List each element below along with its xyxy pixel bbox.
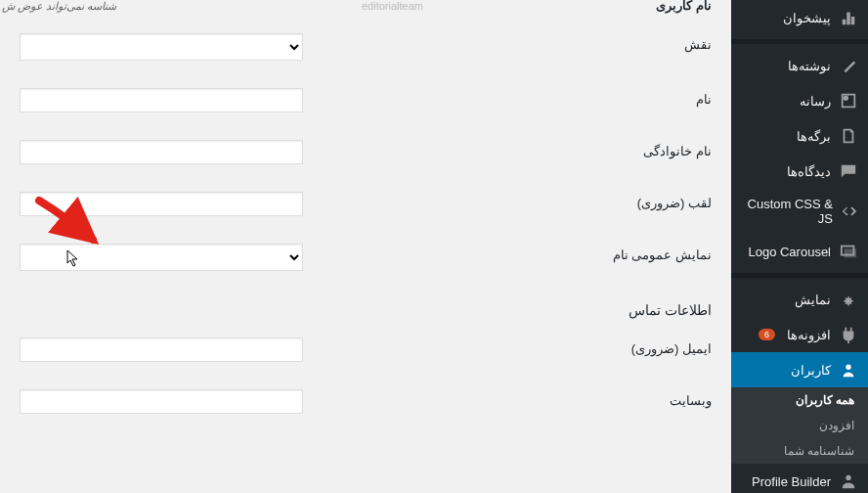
menu-label: Logo Carousel [748,245,831,259]
menu-label: رسانه [800,94,831,109]
users-icon [839,360,858,380]
pin-icon [839,56,858,75]
sidebar-item-comments[interactable]: دیدگاه‌ها [731,154,868,189]
row-first-name: نام [20,74,712,126]
website-label: وبسایت [516,389,712,408]
menu-label: Custom CSS & JS [741,197,833,226]
username-label-cropped: نام کاربری [656,0,712,13]
svg-point-0 [844,96,848,101]
email-label: ایمیل (ضروری) [516,337,712,356]
admin-sidebar: پیشخوان نوشته‌ها رسانه برگه‌ها دیدگاه‌ها… [731,0,868,493]
menu-label: پیشخوان [783,11,831,25]
contact-heading: اطلاعات تماس [20,285,712,324]
menu-label: Profile Builder [752,474,831,489]
last-name-label: نام خانوادگی [516,140,712,158]
appearance-icon [839,290,858,309]
menu-label: افزونه‌ها [787,328,831,342]
svg-point-3 [846,365,850,370]
svg-point-4 [846,475,850,480]
media-icon [839,91,858,111]
sidebar-item-media[interactable]: رسانه [731,83,868,118]
sidebar-item-appearance[interactable]: نمایش [731,282,868,317]
website-input[interactable] [20,389,303,414]
plugins-icon [839,325,858,344]
menu-label: نمایش [795,292,831,307]
sidebar-item-users[interactable]: کاربران [731,352,868,387]
role-label: نقش [516,33,712,52]
profile-icon [839,471,858,491]
first-name-input[interactable] [20,88,303,112]
display-name-select[interactable] [20,244,303,271]
comments-icon [839,161,858,181]
first-name-label: نام [516,88,712,107]
row-website: وبسایت [20,376,712,427]
update-badge: 6 [759,329,775,340]
row-nickname: لقب (ضروری) [20,178,712,230]
row-last-name: نام خانوادگی [20,126,712,178]
sidebar-item-dashboard[interactable]: پیشخوان [731,0,868,35]
row-display-name: نمایش عمومی نام [20,230,712,285]
sidebar-item-profile-builder[interactable]: Profile Builder [731,464,868,493]
dashboard-icon [839,8,858,27]
sidebar-item-custom-css-js[interactable]: Custom CSS & JS [731,189,868,234]
menu-label: کاربران [791,363,831,378]
pages-icon [839,126,858,146]
username-hint: شناسه نمی‌تواند عوض ش [2,0,116,13]
sidebar-item-plugins[interactable]: افزونه‌ها 6 [731,317,868,352]
row-email: ایمیل (ضروری) [20,324,712,376]
main-content: شناسه نمی‌تواند عوض ش نام کاربری editori… [0,0,731,493]
role-select[interactable] [20,33,303,61]
username-value-faded: editorialteam [362,0,423,12]
sidebar-item-logo-carousel[interactable]: Logo Carousel [731,234,868,269]
images-icon [839,242,858,261]
submenu-add-new[interactable]: افزودن [731,413,868,438]
last-name-input[interactable] [20,140,303,164]
svg-rect-2 [845,248,857,257]
nickname-label: لقب (ضروری) [516,192,712,210]
display-name-label: نمایش عمومی نام [516,244,712,262]
menu-label: نوشته‌ها [788,59,831,73]
email-input[interactable] [20,337,303,362]
sidebar-item-posts[interactable]: نوشته‌ها [731,48,868,83]
menu-label: برگه‌ها [797,129,831,144]
sidebar-item-pages[interactable]: برگه‌ها [731,118,868,154]
nickname-input[interactable] [20,192,303,216]
users-submenu: همه کاربران افزودن شناسنامه شما [731,387,868,464]
menu-label: دیدگاه‌ها [787,164,831,179]
row-role: نقش [20,20,712,74]
submenu-all-users[interactable]: همه کاربران [731,387,868,413]
code-icon [841,202,858,221]
submenu-your-profile[interactable]: شناسنامه شما [731,438,868,464]
